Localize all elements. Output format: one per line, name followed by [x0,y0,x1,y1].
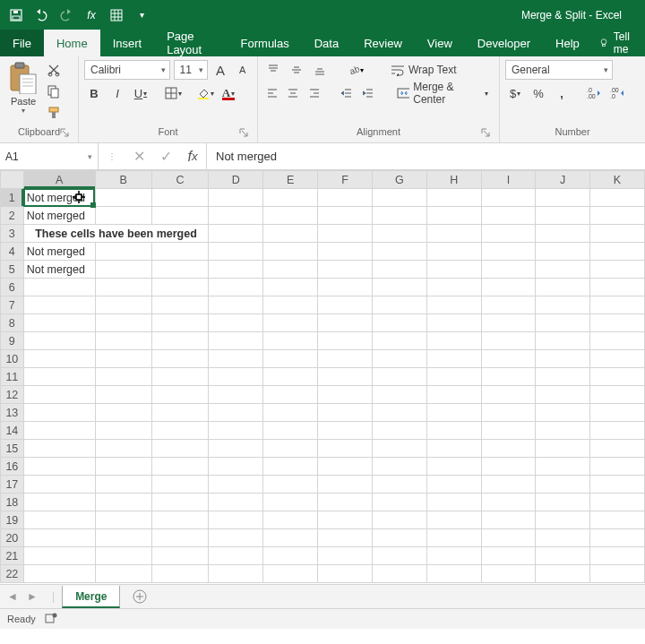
align-center-button[interactable] [285,83,303,103]
align-bottom-button[interactable] [310,60,330,80]
redo-button[interactable] [56,4,77,26]
row-header-9[interactable]: 9 [1,332,24,350]
col-header-K[interactable]: K [590,171,645,189]
col-header-A[interactable]: A [23,171,95,189]
alignment-dialog-launcher[interactable] [479,126,492,139]
fx-button[interactable]: fx [81,4,102,26]
row-header-11[interactable]: 11 [1,368,24,386]
save-button[interactable] [5,4,27,26]
tab-formulas[interactable]: Formulas [228,30,302,56]
cut-button[interactable] [43,60,64,80]
tab-insert[interactable]: Insert [100,30,155,56]
row-header-3[interactable]: 3 [1,225,24,243]
row-header-1[interactable]: 1 [1,189,24,207]
row-header-12[interactable]: 12 [1,386,24,404]
spreadsheet-grid[interactable]: A B C D E F G H I J K 1 Not merged 2 Not… [0,170,645,584]
row-header-13[interactable]: 13 [1,404,24,422]
number-format-combo[interactable]: General [505,60,613,80]
fill-color-button[interactable]: ▾ [195,83,215,103]
row-header-17[interactable]: 17 [1,476,24,494]
row-header-5[interactable]: 5 [1,261,24,279]
tab-home[interactable]: Home [44,30,100,56]
row-header-8[interactable]: 8 [1,314,24,332]
prev-sheet-button[interactable]: ◄ [7,590,18,603]
row-header-6[interactable]: 6 [1,279,24,296]
bold-button[interactable]: B [84,83,104,103]
cell-A3-merged[interactable]: These cells have been merged [23,225,209,243]
col-header-F[interactable]: F [318,171,373,189]
tab-file[interactable]: File [0,30,44,56]
orientation-button[interactable]: ab▾ [346,60,366,80]
row-header-18[interactable]: 18 [1,494,24,511]
tab-review[interactable]: Review [351,30,415,56]
macro-record-button[interactable] [45,612,57,626]
new-sheet-button[interactable] [129,586,150,607]
next-sheet-button[interactable]: ► [27,590,38,603]
decrease-decimal-button[interactable]: .00.0 [607,83,627,103]
row-header-16[interactable]: 16 [1,458,24,476]
wrap-text-button[interactable]: Wrap Text [385,60,462,80]
col-header-G[interactable]: G [372,171,426,189]
sheet-tab-merge[interactable]: Merge [62,586,120,608]
font-size-combo[interactable]: 11 [174,60,208,80]
cell-A2[interactable]: Not merged [23,207,95,225]
new-worksheet-button[interactable] [106,4,127,26]
col-header-D[interactable]: D [209,171,263,189]
col-header-E[interactable]: E [263,171,318,189]
cell-A5[interactable]: Not merged [23,261,95,279]
tab-data[interactable]: Data [302,30,351,56]
name-box[interactable]: A1 [0,143,99,169]
row-header-22[interactable]: 22 [1,565,24,583]
italic-button[interactable]: I [108,83,127,103]
row-header-20[interactable]: 20 [1,529,24,547]
align-top-button[interactable] [263,60,283,80]
col-header-I[interactable]: I [481,171,536,189]
formula-input[interactable]: Not merged [207,143,645,169]
select-all-corner[interactable] [1,171,24,189]
align-left-button[interactable] [263,83,281,103]
currency-button[interactable]: $▾ [505,83,525,103]
copy-button[interactable] [43,82,64,101]
row-header-2[interactable]: 2 [1,207,24,225]
font-dialog-launcher[interactable] [237,126,250,139]
row-header-19[interactable]: 19 [1,511,24,529]
tab-help[interactable]: Help [543,30,592,56]
tab-page-layout[interactable]: Page Layout [154,30,228,56]
undo-button[interactable] [30,4,52,26]
insert-function-button[interactable]: fx [179,149,206,165]
row-header-14[interactable]: 14 [1,422,24,440]
align-right-button[interactable] [305,83,323,103]
cell-A1[interactable]: Not merged [23,189,95,207]
col-header-H[interactable]: H [426,171,481,189]
font-name-combo[interactable]: Calibri [84,60,170,80]
col-header-J[interactable]: J [536,171,590,189]
row-header-7[interactable]: 7 [1,296,24,314]
more-functions-button[interactable]: ⋮ [99,151,125,161]
shrink-font-button[interactable]: A [233,60,252,80]
paste-button[interactable]: Paste ▾ [5,60,41,123]
row-header-15[interactable]: 15 [1,440,24,458]
tab-developer[interactable]: Developer [465,30,543,56]
borders-button[interactable]: ▾ [163,83,183,103]
clipboard-dialog-launcher[interactable] [58,126,71,139]
cancel-button[interactable]: ✕ [125,148,152,165]
col-header-B[interactable]: B [95,171,151,189]
customize-qat-button[interactable]: ▾ [131,4,152,26]
row-header-4[interactable]: 4 [1,243,24,261]
col-header-C[interactable]: C [151,171,208,189]
enter-button[interactable]: ✓ [152,148,179,165]
row-header-21[interactable]: 21 [1,547,24,565]
decrease-indent-button[interactable] [338,83,356,103]
underline-button[interactable]: U▾ [131,83,150,103]
cell-A4[interactable]: Not merged [23,243,95,261]
merge-center-button[interactable]: Merge & Center ▾ [391,83,494,103]
increase-indent-button[interactable] [359,83,377,103]
increase-decimal-button[interactable]: .0.00 [584,83,604,103]
row-header-10[interactable]: 10 [1,350,24,368]
format-painter-button[interactable] [43,103,64,123]
tell-me[interactable]: Tell me [592,30,645,56]
tab-view[interactable]: View [415,30,465,56]
grow-font-button[interactable]: A [211,60,230,80]
comma-button[interactable]: , [552,83,572,103]
align-middle-button[interactable] [287,60,306,80]
